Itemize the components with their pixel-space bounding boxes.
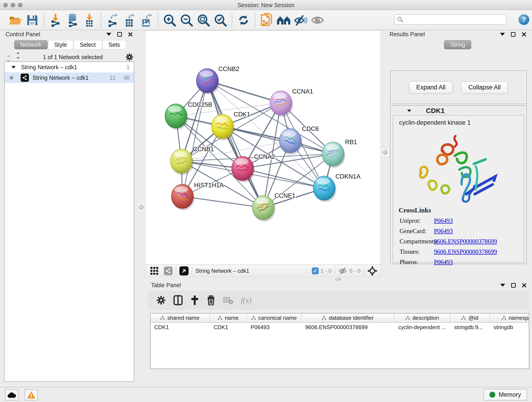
memory-label: Memory [499,391,521,398]
table-row[interactable]: CDK1CDK1P064939606.ENSP00000378699cyclin… [151,323,529,332]
column-header-canonical-name[interactable]: canonical name [247,313,302,322]
network-share-view-icon[interactable] [164,267,172,275]
panel-close-icon[interactable] [522,283,527,288]
network-graph[interactable]: CCNB2CCNA1CDC25BCDK1CDC6RB1CCNB1CCNA2CDK… [146,31,381,265]
cloud-icon [7,392,16,398]
panel-maximize-icon[interactable] [117,32,122,37]
panel-float-icon[interactable] [106,33,111,36]
panel-maximize-icon[interactable] [511,283,516,288]
crosslink-row: Pharos:P06493 [399,259,524,266]
crosslink-value-link[interactable]: 9606.ENSP00000378699 [434,248,497,255]
selected-checkbox-icon[interactable]: ✓ [312,268,319,274]
network-node-CDC6[interactable] [279,128,302,155]
toolbar-search [394,14,507,25]
network-node-CCNE1[interactable] [252,196,275,222]
glass-effect-toggle-button[interactable] [292,12,309,28]
tree-expand-icon[interactable] [12,66,16,68]
export-network-button[interactable] [104,12,121,28]
crosslink-value-link[interactable]: P06493 [434,217,453,224]
save-session-button[interactable] [24,12,41,28]
crosslink-value-link[interactable]: P06493 [434,259,453,266]
export-image-button[interactable] [138,12,155,28]
zoom-in-button[interactable] [161,12,178,28]
control-tab-style[interactable]: Style [48,40,73,49]
column-type-icon [322,316,326,320]
network-node-CDKN1A[interactable] [313,176,336,202]
network-canvas[interactable]: CCNB2CCNA1CDC25BCDK1CDC6RB1CCNB1CCNA2CDK… [145,31,381,265]
refresh-button[interactable] [235,12,252,28]
network-node-RB1[interactable] [322,142,345,168]
import-table-button[interactable] [81,12,98,28]
open-session-button[interactable] [7,12,24,28]
table-cell[interactable]: stringdb:9... [450,323,490,332]
control-tab-network[interactable]: Network [14,40,48,49]
warning-status-button[interactable] [25,389,38,400]
network-node-CCNB1[interactable] [171,149,194,175]
table-cell[interactable]: P06493 [247,323,302,332]
expand-all-button[interactable]: Expand All [409,81,453,94]
results-tab-string[interactable]: String [444,40,471,49]
zoom-out-button[interactable] [178,12,195,28]
column-header-@id[interactable]: @id [450,313,490,322]
detach-view-button[interactable] [179,266,189,275]
network-node-CDC25B[interactable] [165,104,188,130]
function-builder-icon[interactable]: f(x) [241,296,252,305]
network-node-HIST1H1A[interactable] [171,184,195,211]
crosslink-value-link[interactable]: P06493 [434,228,453,235]
node-label-CDK1: CDK1 [234,111,250,118]
column-header-description[interactable]: description [394,313,450,322]
cloud-status-button[interactable] [5,389,18,400]
control-tab-sets[interactable]: Sets [102,40,126,49]
zoom-fit-button[interactable] [195,12,212,28]
table-cell[interactable]: stringdb [490,323,529,332]
table-cell[interactable]: CDK1 [210,323,247,332]
import-network-button[interactable] [47,12,64,28]
import-database-button[interactable] [64,12,81,28]
table-panel-title: Table Panel [151,282,181,288]
panel-float-icon[interactable] [500,284,505,287]
column-header-name[interactable]: name [210,313,247,322]
table-cell[interactable]: cyclin-dependent ... [394,323,450,332]
panel-close-icon[interactable] [521,32,526,37]
string-confidence-button[interactable] [275,12,292,28]
network-node-CCNB2[interactable] [196,69,220,95]
panel-close-icon[interactable] [128,32,133,37]
control-tab-select[interactable]: Select [74,40,102,49]
column-header-shared-name[interactable]: shared name [151,313,210,322]
network-node-CDK1[interactable] [211,114,234,140]
grid-view-icon[interactable] [150,267,159,275]
column-type-icon [160,316,165,320]
show-columns-icon[interactable] [173,295,183,305]
column-header-namespace[interactable]: namespace [490,313,529,322]
gene-collapse-icon[interactable] [407,109,411,112]
birds-eye-crosshair-icon[interactable] [367,266,377,276]
zoom-selected-button[interactable] [212,12,229,28]
bottom-splitter-handle[interactable] [333,277,342,281]
table-gear-icon[interactable] [157,296,166,305]
table-cell[interactable]: CDK1 [151,323,210,332]
collapse-all-button[interactable]: Collapse All [461,81,508,94]
search-input[interactable] [404,16,502,23]
network-node-CCNA1[interactable] [270,91,293,117]
show-graphics-details-button[interactable] [309,12,326,28]
table-cell[interactable]: 9606.ENSP00000378699 [302,323,394,332]
export-table-button[interactable] [121,12,138,28]
collapse-all-icon[interactable]: ⌄⌄ [6,52,11,62]
delete-table-icon-disabled[interactable] [223,296,233,304]
crosslink-value-link[interactable]: 9606.ENSP00000378699 [434,238,497,245]
panel-float-icon[interactable] [500,33,505,36]
delete-column-icon[interactable] [207,295,215,305]
table-toolbar: f(x) [148,291,529,310]
expand-all-icon[interactable]: ⌃⌃ [16,52,20,62]
add-column-icon[interactable] [190,295,199,305]
left-splitter-handle[interactable] [137,203,145,211]
column-header-database-identifier[interactable]: database identifier [302,313,394,322]
string-import-button[interactable] [258,12,275,28]
node-label-CCNB2: CCNB2 [218,65,239,72]
network-row-selected[interactable]: String Network – cdk1 11 48 [5,72,134,83]
panel-maximize-icon[interactable] [511,32,515,37]
memory-button[interactable]: Memory [483,389,527,400]
help-button[interactable]: ? [519,14,529,25]
gear-icon[interactable] [126,53,133,61]
network-collection-row[interactable]: String Network – cdk1 1 [5,62,134,72]
